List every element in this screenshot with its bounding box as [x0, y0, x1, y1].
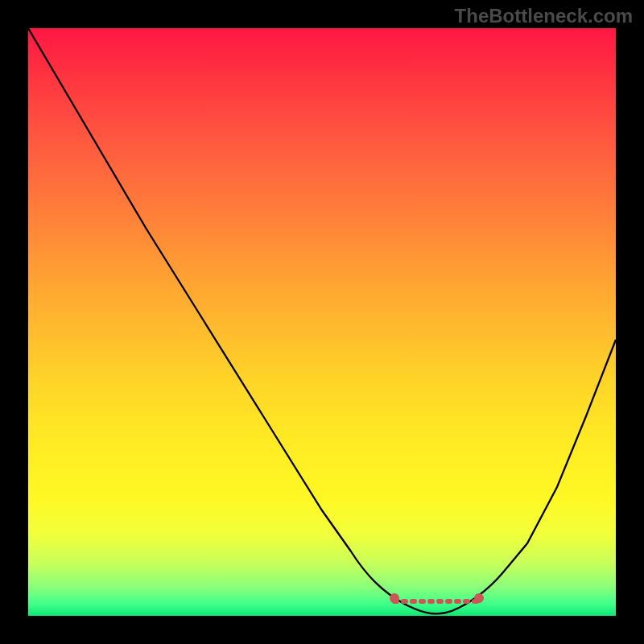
optimal-end-dot — [474, 593, 484, 603]
chart-container: TheBottleneck.com — [0, 0, 644, 644]
chart-svg — [28, 28, 616, 616]
watermark-text: TheBottleneck.com — [455, 5, 633, 27]
bottleneck-curve — [28, 28, 616, 613]
plot-area — [28, 28, 616, 616]
